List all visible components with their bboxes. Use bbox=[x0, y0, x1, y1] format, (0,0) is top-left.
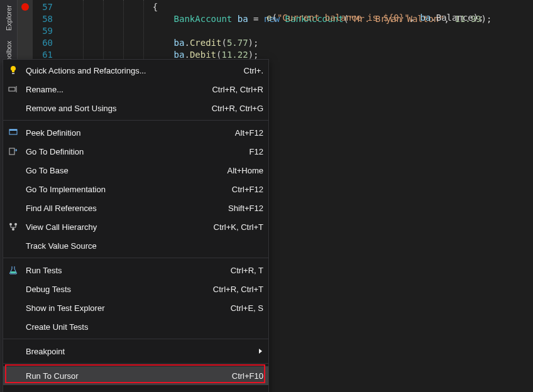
menu-item-breakpoint[interactable]: Breakpoint bbox=[3, 342, 268, 361]
menu-item-shortcut: Alt+Home bbox=[228, 166, 263, 175]
rename-icon bbox=[8, 84, 18, 94]
menu-item-run-tests[interactable]: Run TestsCtrl+R, T bbox=[3, 261, 268, 280]
menu-item-shortcut: Ctrl+F10 bbox=[232, 371, 263, 381]
menu-item-track-value-source[interactable]: Track Value Source bbox=[3, 236, 268, 255]
line-number: 60 bbox=[33, 37, 53, 49]
menu-separator bbox=[3, 258, 268, 258]
menu-item-quick-actions-and-refactorings[interactable]: Quick Actions and Refactorings...Ctrl+. bbox=[3, 61, 268, 80]
menu-item-label: Find All References bbox=[26, 204, 228, 213]
menu-item-shortcut: Ctrl+. bbox=[244, 66, 263, 75]
svg-rect-0 bbox=[12, 73, 14, 74]
menu-item-label: Peek Definition bbox=[26, 128, 235, 138]
menu-item-label: Remove and Sort Usings bbox=[26, 104, 212, 113]
menu-item-shortcut: Ctrl+R, T bbox=[231, 266, 263, 275]
menu-item-force-run-to-cursor[interactable]: Force Run To Cursor bbox=[3, 385, 268, 392]
menu-item-label: Go To Definition bbox=[26, 147, 250, 156]
menu-item-go-to-definition[interactable]: Go To DefinitionF12 bbox=[3, 142, 268, 161]
menu-item-shortcut: Alt+F12 bbox=[235, 128, 263, 138]
menu-item-go-to-implementation[interactable]: Go To ImplementationCtrl+F12 bbox=[3, 180, 268, 199]
menu-item-create-unit-tests[interactable]: Create Unit Tests bbox=[3, 317, 268, 336]
code-line-tail: e("Current balance is ${0}", ba.Balance)… bbox=[266, 12, 484, 24]
tab-explorer[interactable]: Explorer bbox=[3, 0, 15, 36]
svg-point-6 bbox=[9, 223, 12, 226]
line-number: 58 bbox=[33, 13, 53, 25]
menu-item-view-call-hierarchy[interactable]: View Call HierarchyCtrl+K, Ctrl+T bbox=[3, 217, 268, 236]
menu-item-run-to-cursor[interactable]: Run To CursorCtrl+F10 bbox=[3, 366, 268, 385]
menu-item-label: Breakpoint bbox=[26, 347, 263, 356]
menu-item-shortcut: Shift+F12 bbox=[228, 204, 263, 213]
menu-separator bbox=[3, 363, 268, 364]
peek-icon bbox=[8, 128, 18, 138]
menu-item-label: Rename... bbox=[26, 85, 212, 94]
code-line: ba.Credit(5.77); bbox=[68, 37, 533, 49]
menu-item-rename[interactable]: Rename...Ctrl+R, Ctrl+R bbox=[3, 80, 268, 99]
menu-item-shortcut: F12 bbox=[250, 147, 263, 156]
svg-rect-1 bbox=[9, 87, 15, 91]
menu-item-label: Quick Actions and Refactorings... bbox=[26, 66, 244, 75]
context-menu: Quick Actions and Refactorings...Ctrl+.R… bbox=[3, 59, 269, 392]
svg-rect-5 bbox=[9, 148, 14, 155]
menu-item-shortcut: Ctrl+F12 bbox=[232, 185, 263, 194]
menu-item-label: Go To Implementation bbox=[26, 185, 232, 194]
menu-item-show-in-test-explorer[interactable]: Show in Test ExplorerCtrl+E, S bbox=[3, 298, 268, 317]
menu-item-debug-tests[interactable]: Debug TestsCtrl+R, Ctrl+T bbox=[3, 280, 268, 298]
menu-item-label: Run To Cursor bbox=[26, 371, 232, 381]
goto-icon bbox=[8, 146, 18, 156]
menu-item-shortcut: Ctrl+K, Ctrl+T bbox=[214, 222, 263, 232]
menu-item-shortcut: Ctrl+R, Ctrl+G bbox=[212, 104, 263, 113]
menu-item-go-to-base[interactable]: Go To BaseAlt+Home bbox=[3, 161, 268, 180]
menu-item-peek-definition[interactable]: Peek DefinitionAlt+F12 bbox=[3, 123, 268, 142]
line-number: 57 bbox=[33, 1, 53, 13]
menu-item-label: Debug Tests bbox=[26, 285, 213, 294]
svg-rect-4 bbox=[9, 129, 17, 131]
menu-item-label: Create Unit Tests bbox=[26, 322, 263, 332]
bulb-icon bbox=[8, 65, 18, 75]
chevron-right-icon bbox=[259, 349, 262, 354]
menu-item-shortcut: Ctrl+E, S bbox=[231, 303, 263, 313]
code-line bbox=[68, 25, 533, 37]
menu-item-label: Track Value Source bbox=[26, 241, 263, 251]
menu-item-label: Run Tests bbox=[26, 266, 231, 275]
breakpoint-dot-icon[interactable] bbox=[21, 3, 29, 11]
menu-item-label: Go To Base bbox=[26, 166, 228, 175]
menu-item-label: Show in Test Explorer bbox=[26, 303, 231, 313]
menu-separator bbox=[3, 120, 268, 121]
flask-icon bbox=[8, 265, 18, 275]
menu-item-shortcut: Ctrl+R, Ctrl+T bbox=[213, 285, 263, 294]
menu-item-remove-and-sort-usings[interactable]: Remove and Sort UsingsCtrl+R, Ctrl+G bbox=[3, 99, 268, 117]
menu-item-find-all-references[interactable]: Find All ReferencesShift+F12 bbox=[3, 199, 268, 217]
hierarchy-icon bbox=[8, 222, 18, 232]
svg-point-7 bbox=[14, 223, 17, 226]
svg-point-8 bbox=[12, 228, 14, 231]
line-number: 59 bbox=[33, 25, 53, 37]
menu-item-label: View Call Hierarchy bbox=[26, 222, 214, 232]
menu-separator bbox=[3, 339, 268, 339]
menu-item-label: Force Run To Cursor bbox=[26, 390, 263, 393]
menu-item-shortcut: Ctrl+R, Ctrl+R bbox=[212, 85, 263, 94]
